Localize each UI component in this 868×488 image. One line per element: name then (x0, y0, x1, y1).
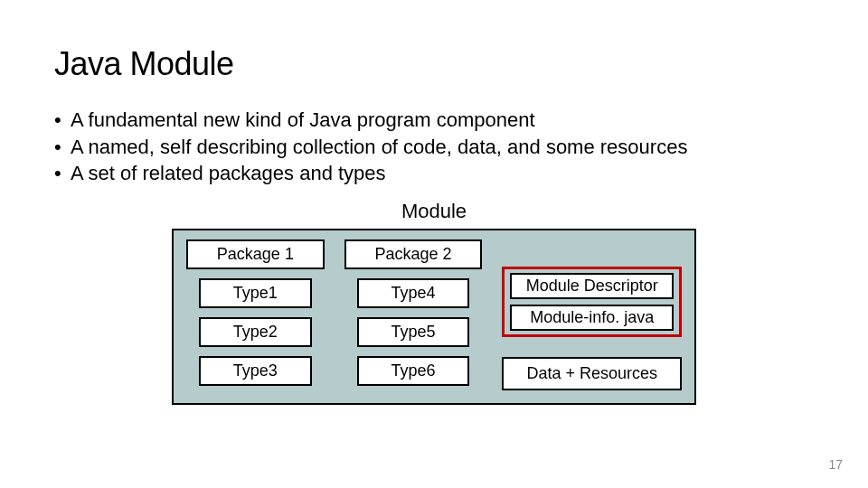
descriptor-column: Module Descriptor Module-info. java Data… (502, 239, 682, 390)
bullet-item: • A fundamental new kind of Java program… (54, 107, 814, 134)
page-number: 17 (828, 457, 843, 472)
type-box: Type3 (199, 356, 312, 386)
data-resources-box: Data + Resources (502, 357, 682, 390)
bullet-text: A set of related packages and types (71, 160, 814, 187)
bullet-dot: • (54, 160, 71, 187)
bullet-text: A fundamental new kind of Java program c… (71, 107, 814, 134)
module-descriptor-title: Module Descriptor (510, 273, 674, 299)
type-box: Type6 (357, 356, 470, 386)
package-2-column: Package 2 Type4 Type5 Type6 (344, 239, 483, 390)
module-diagram: Package 1 Type1 Type2 Type3 Package 2 Ty… (172, 229, 696, 405)
module-info-file: Module-info. java (510, 305, 674, 331)
type-box: Type4 (357, 278, 470, 308)
module-label: Module (54, 200, 814, 223)
type-box: Type5 (357, 317, 470, 347)
type-box: Type2 (199, 317, 312, 347)
type-box: Type1 (199, 278, 312, 308)
package-1-header: Package 1 (186, 239, 325, 269)
bullet-text: A named, self describing collection of c… (71, 134, 814, 161)
bullet-dot: • (54, 134, 71, 161)
package-1-column: Package 1 Type1 Type2 Type3 (186, 239, 325, 390)
package-2-header: Package 2 (344, 239, 483, 269)
bullet-item: • A named, self describing collection of… (54, 134, 814, 161)
bullet-list: • A fundamental new kind of Java program… (54, 107, 814, 187)
bullet-item: • A set of related packages and types (54, 160, 814, 187)
slide-title: Java Module (54, 45, 814, 83)
bullet-dot: • (54, 107, 71, 134)
module-descriptor-group: Module Descriptor Module-info. java (502, 267, 682, 337)
slide: Java Module • A fundamental new kind of … (0, 0, 868, 488)
